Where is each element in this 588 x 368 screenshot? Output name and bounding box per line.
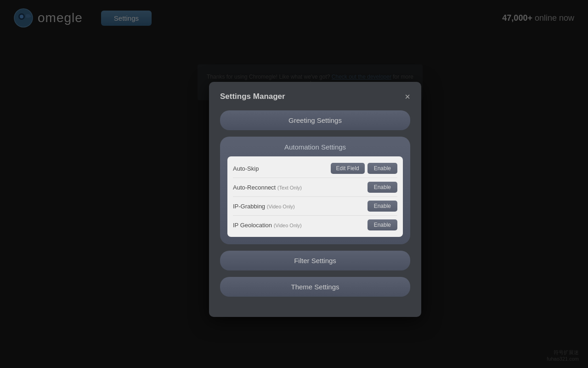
auto-reconnect-label: Auto-Reconnect (Text Only) xyxy=(233,184,302,191)
ip-grabbing-enable-button[interactable]: Enable xyxy=(368,201,397,212)
ip-geolocation-label: IP Geolocation (Video Only) xyxy=(233,222,302,229)
filter-settings-button[interactable]: Filter Settings xyxy=(220,251,410,270)
automation-row-ip-geolocation: IP Geolocation (Video Only) Enable xyxy=(233,216,397,234)
ip-grabbing-label: IP-Grabbing (Video Only) xyxy=(233,203,295,210)
automation-settings-title: Automation Settings xyxy=(227,143,403,151)
greeting-settings-button[interactable]: Greeting Settings xyxy=(220,110,410,130)
close-button[interactable]: × xyxy=(405,92,410,101)
theme-settings-button[interactable]: Theme Settings xyxy=(220,277,410,297)
auto-skip-actions: Edit Field Enable xyxy=(331,163,397,174)
automation-row-ip-grabbing: IP-Grabbing (Video Only) Enable xyxy=(233,197,397,216)
ip-geolocation-actions: Enable xyxy=(368,219,397,230)
auto-reconnect-enable-button[interactable]: Enable xyxy=(368,182,397,193)
auto-skip-enable-button[interactable]: Enable xyxy=(368,163,397,174)
settings-manager-modal: Settings Manager × Greeting Settings Aut… xyxy=(209,82,421,317)
ip-grabbing-actions: Enable xyxy=(368,201,397,212)
auto-reconnect-actions: Enable xyxy=(368,182,397,193)
modal-header: Settings Manager × xyxy=(220,92,410,101)
automation-row-auto-reconnect: Auto-Reconnect (Text Only) Enable xyxy=(233,178,397,197)
automation-settings-panel: Automation Settings Auto-Skip Edit Field… xyxy=(220,137,410,244)
ip-geolocation-enable-button[interactable]: Enable xyxy=(368,219,397,230)
auto-skip-edit-button[interactable]: Edit Field xyxy=(331,163,365,174)
automation-settings-inner: Auto-Skip Edit Field Enable Auto-Reconne… xyxy=(227,156,403,237)
modal-title: Settings Manager xyxy=(220,92,285,101)
auto-skip-label: Auto-Skip xyxy=(233,165,259,172)
automation-row-auto-skip: Auto-Skip Edit Field Enable xyxy=(233,159,397,178)
